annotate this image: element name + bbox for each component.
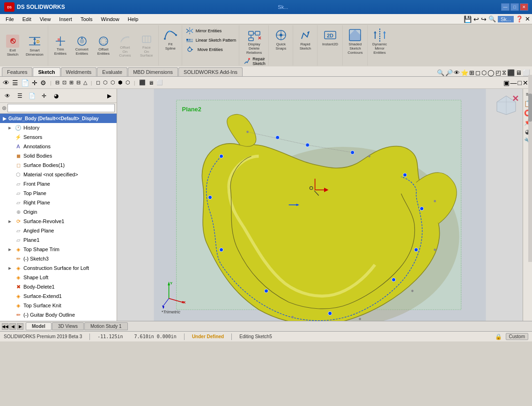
tree-item-material[interactable]: ⬡ Material <not specified> — [0, 170, 117, 179]
bottom-tab-3dviews[interactable]: 3D Views — [52, 322, 84, 330]
menu-tools[interactable]: Tools — [77, 15, 96, 23]
close-button[interactable]: ✕ — [520, 3, 528, 11]
lp-chart-btn[interactable]: ◕ — [51, 90, 62, 102]
shaded-sketch-contours-button[interactable]: ShadedSketchContours — [345, 26, 365, 56]
panel-minimize-icon[interactable]: — — [510, 79, 517, 87]
tree-item-top-plane[interactable]: ▱ Top Plane — [0, 188, 117, 198]
quick-save-icon[interactable]: 💾 — [464, 15, 472, 23]
sketch-view-icon7[interactable]: ⬡ — [102, 79, 109, 87]
linear-sketch-pattern-button[interactable]: Linear Sketch Pattern — [185, 36, 237, 45]
tab-sketch[interactable]: Sketch — [33, 67, 60, 76]
exit-sketch-button[interactable]: ⎋ ExitSketch — [3, 32, 22, 58]
tab-right-icon10[interactable]: ⧖ — [502, 69, 506, 76]
display-delete-relations-button[interactable]: ✕ Display DeleteRelations — [243, 26, 266, 56]
tab-addins[interactable]: SOLIDWORKS Add-Ins — [178, 67, 243, 76]
tree-item-surface-extend1[interactable]: ◈ Surface-Extend1 — [0, 291, 117, 301]
nav-first-button[interactable]: ◀◀ — [2, 323, 8, 330]
mirror-entities-button[interactable]: Mirror Entities — [185, 26, 237, 36]
tab-right-icon11[interactable]: ⬛ — [507, 69, 515, 76]
tree-item-body-delete1[interactable]: ✖ Body-Delete1 — [0, 282, 117, 291]
tree-item-history[interactable]: ▶ 🕐 History — [0, 123, 117, 132]
tree-item-top-shape-trim[interactable]: ▶ ◈ Top Shape Trim — [0, 245, 117, 254]
nav-prev-button[interactable]: ◀ — [9, 323, 16, 330]
sketch-view-icon3[interactable]: ⊞ — [68, 79, 74, 87]
quick-undo-icon[interactable]: ↩ — [473, 15, 479, 23]
tree-item-front-plane[interactable]: ▱ Front Plane — [0, 179, 117, 188]
tab-right-search-icon[interactable]: 🔍 — [437, 69, 444, 76]
close-docs-icon[interactable]: ✕ — [525, 15, 530, 22]
tree-item-guitar-body-outline[interactable]: ✏ (-) Guitar Body Outline — [0, 310, 117, 319]
tree-item-plane1[interactable]: ▱ Plane1 — [0, 235, 117, 245]
minimize-button[interactable]: — — [501, 3, 510, 11]
viewport[interactable]: Plane2 — [117, 89, 523, 321]
sketch-view-icon12[interactable]: 🖥 — [148, 79, 155, 87]
sketch-tb-plus-icon[interactable]: ✛ — [31, 78, 38, 87]
tree-item-construction-surface[interactable]: ▶ ◈ Construction Surface for Loft — [0, 263, 117, 273]
menu-file[interactable]: File — [2, 15, 18, 23]
quick-redo-icon[interactable]: ↪ — [481, 15, 487, 23]
tree-item-origin[interactable]: ⊕ Origin — [0, 207, 117, 217]
tree-item-right-plane[interactable]: ▱ Right Plane — [0, 198, 117, 207]
rapid-sketch-button[interactable]: RapidSketch — [296, 26, 315, 52]
search-commands-icon[interactable]: 🔍 — [488, 15, 496, 22]
lp-crosshair-btn[interactable]: ✛ — [38, 90, 50, 102]
tab-right-icon6[interactable]: ◻ — [475, 69, 480, 76]
menu-edit[interactable]: Edit — [19, 15, 35, 23]
close-sketch-button[interactable]: ✕ — [512, 94, 519, 104]
nav-next-button[interactable]: ▶ — [17, 323, 23, 330]
dynamic-mirror-button[interactable]: DynamicMirrorEntities — [370, 26, 390, 56]
panel-options-icon[interactable]: ▣ — [503, 79, 510, 87]
repair-sketch-button[interactable]: RepairSketch — [242, 56, 266, 66]
statusbar-custom-button[interactable]: Custom — [506, 333, 528, 340]
sketch-tb-list-icon[interactable]: ☰ — [11, 78, 19, 87]
panel-restore-icon[interactable]: □ — [518, 79, 522, 87]
help-icon[interactable]: ❓ — [516, 15, 523, 22]
sketch-view-icon9[interactable]: ⬢ — [117, 79, 124, 87]
tab-right-icon4[interactable]: ⭐ — [461, 69, 468, 76]
bottom-tab-motion-study[interactable]: Motion Study 1 — [84, 322, 128, 330]
fit-spline-button[interactable]: FitSpline — [161, 26, 180, 52]
menu-help[interactable]: Help — [124, 15, 142, 23]
tab-weldments[interactable]: Weldments — [61, 67, 97, 76]
offset-entities-button[interactable]: OffsetEntities — [93, 34, 114, 57]
smart-dimension-button[interactable]: D SmartDimension — [23, 32, 46, 58]
menu-view[interactable]: View — [36, 15, 55, 23]
sketch-tb-wheel-icon[interactable]: ⚙ — [39, 78, 47, 87]
trim-entities-button[interactable]: ✂ TrimEntities — [50, 34, 71, 57]
restore-button[interactable]: □ — [510, 3, 519, 11]
sketch-view-icon2[interactable]: ⊡ — [61, 79, 67, 87]
tree-item-solid-bodies[interactable]: ◼ Solid Bodies — [0, 151, 117, 160]
tab-right-icon9[interactable]: ◰ — [495, 69, 501, 76]
sketch-view-icon1[interactable]: ⊟ — [54, 79, 60, 87]
menu-window[interactable]: Window — [97, 15, 123, 23]
offset-on-curves-button[interactable]: OffsetOnCurves — [115, 32, 135, 59]
sketch-view-icon6[interactable]: ◻ — [95, 79, 101, 87]
tree-item-surface-revolve1[interactable]: ▶ ⟳ Surface-Revolve1 — [0, 217, 117, 226]
sketch-tb-page-icon[interactable]: 📄 — [20, 78, 30, 87]
bottom-tab-model[interactable]: Model — [26, 322, 52, 330]
move-entities-button[interactable]: Move Entities — [185, 45, 237, 54]
quick-snaps-button[interactable]: QuickSnaps — [271, 26, 291, 52]
tab-right-icon5[interactable]: ⊞ — [469, 69, 474, 76]
tab-features[interactable]: Features — [2, 67, 32, 76]
sketch-view-icon5[interactable]: △ — [82, 79, 88, 87]
sketch-view-icon13[interactable]: ⬜ — [155, 79, 164, 87]
sketch-view-icon8[interactable]: ⬡ — [110, 79, 116, 87]
sketch-view-icon11[interactable]: ⬛ — [138, 79, 147, 87]
tree-item-top-surface-knit[interactable]: ◈ Top Surface Knit — [0, 301, 117, 310]
username-display[interactable]: Sk... — [498, 16, 514, 22]
tab-right-icon12[interactable]: 🖥 — [516, 69, 522, 76]
tab-evaluate[interactable]: Evaluate — [97, 67, 127, 76]
tab-right-icon2[interactable]: 🔎 — [445, 69, 453, 76]
tree-item-surface-bodies[interactable]: ◻ Surface Bodies(1) — [0, 160, 117, 170]
sketch-tb-eye-icon[interactable]: 👁 — [2, 78, 10, 87]
tree-item-sensors[interactable]: ⚡ Sensors — [0, 132, 117, 142]
lp-eye-btn[interactable]: 👁 — [2, 90, 13, 102]
lp-list-btn[interactable]: ☰ — [14, 90, 25, 102]
tab-mbd-dimensions[interactable]: MBD Dimensions — [128, 67, 178, 76]
lp-page-btn[interactable]: 📄 — [26, 90, 37, 102]
tab-right-icon3[interactable]: 👁 — [454, 69, 460, 76]
instant2d-button[interactable]: 2D Instant2D — [320, 26, 340, 48]
tree-item-shape-loft[interactable]: ◈ Shape Loft — [0, 273, 117, 282]
face-curves-button[interactable]: FaceOnSurface — [136, 32, 157, 59]
